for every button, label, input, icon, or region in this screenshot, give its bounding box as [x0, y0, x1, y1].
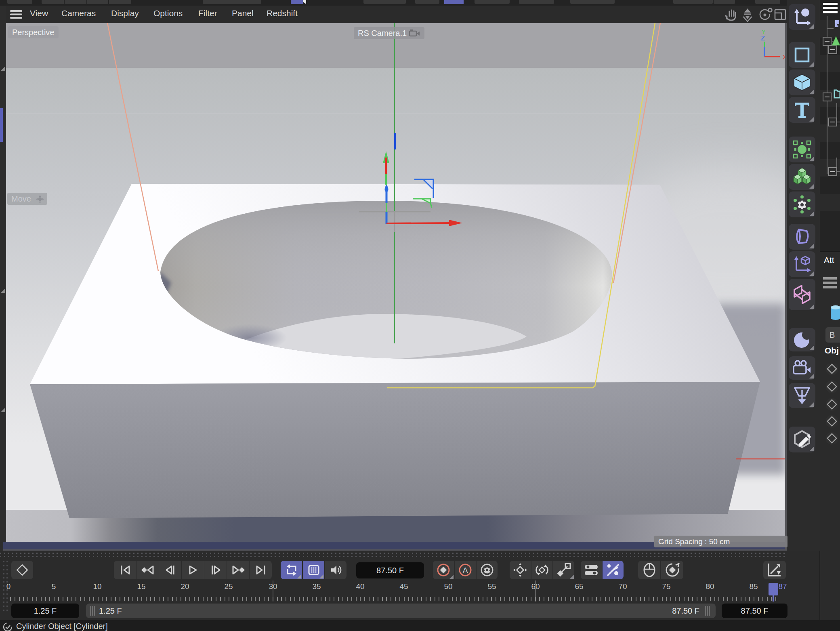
svg-text:Z: Z	[761, 35, 765, 42]
svg-text:A: A	[463, 566, 468, 574]
